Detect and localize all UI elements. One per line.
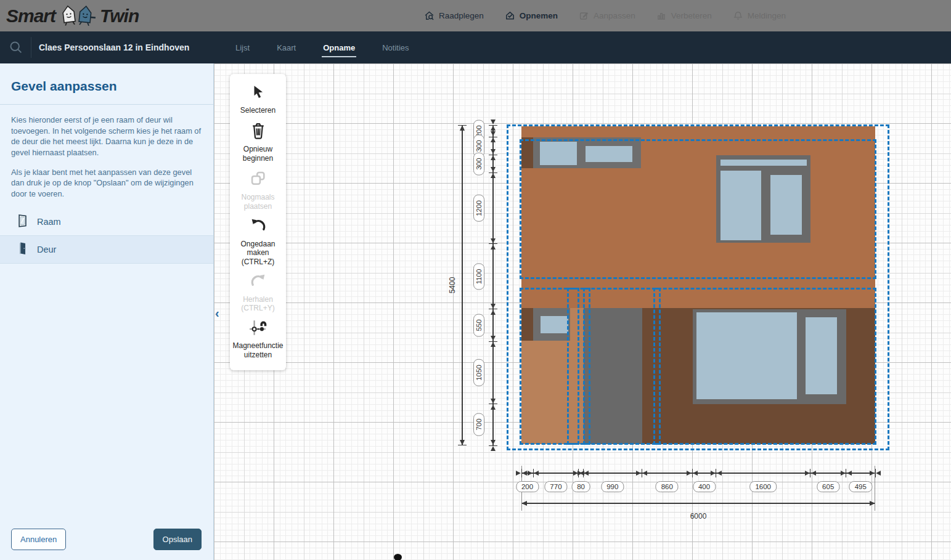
bar-chart-icon (656, 10, 667, 21)
dimension-value[interactable]: 400 (693, 481, 716, 492)
panel-actions: Annuleren Opslaan (0, 519, 213, 560)
element-type-deur[interactable]: Deur (0, 236, 213, 264)
menu-item-opnemen[interactable]: Opnemen (505, 10, 558, 21)
dimension-graphic (491, 310, 496, 315)
tab-opname[interactable]: Opname (322, 39, 356, 56)
upper-floor-selection[interactable] (520, 139, 876, 279)
door-placement-guide[interactable] (583, 288, 590, 445)
dimension-graphic (491, 336, 496, 341)
dimension-graphic (534, 471, 539, 476)
dimension-graphic (491, 399, 496, 404)
element-type-label: Raam (37, 217, 61, 227)
dimension-graphic (847, 471, 852, 476)
tab-notities[interactable]: Notities (381, 39, 410, 56)
dimension-value[interactable]: 550 (473, 314, 484, 336)
dimension-graphic (491, 446, 496, 451)
edit-facade-panel: Gevel aanpassen Kies hieronder eerst of … (0, 63, 214, 560)
tool-label: Ongedaan maken (CTRL+Z) (232, 240, 284, 267)
tool-selecteren[interactable]: Selecteren (240, 84, 276, 115)
undo-icon (249, 218, 267, 237)
logo-houses-icon (58, 2, 97, 30)
window-icon (17, 214, 28, 229)
trash-icon (250, 122, 266, 142)
panel-title: Gevel aanpassen (0, 63, 213, 105)
app-logo: Smart (0, 2, 139, 30)
dimension-graphic (491, 238, 496, 243)
dimension-graphic (717, 471, 722, 476)
dimension-graphic (711, 471, 716, 476)
dimension-graphic (491, 137, 496, 142)
tab-kaart[interactable]: Kaart (276, 39, 297, 56)
cancel-button[interactable]: Annuleren (11, 529, 66, 550)
tool-label: Nogmaals plaatsen (232, 193, 284, 211)
dimension-graphic (491, 120, 496, 124)
dimension-value[interactable]: 300 (473, 152, 484, 175)
dimension-graphic (491, 167, 496, 172)
dimension-value[interactable]: 605 (817, 481, 839, 492)
door-placement-guide[interactable] (567, 288, 579, 445)
dimension-graphic (491, 440, 496, 445)
dimension-graphic (491, 131, 496, 136)
view-tabs: LijstKaartOpnameNotities (234, 31, 410, 63)
tab-lijst[interactable]: Lijst (234, 39, 251, 56)
dimension-value[interactable]: 1600 (749, 481, 777, 492)
dimension-value[interactable]: 860 (656, 481, 679, 492)
cursor-icon (251, 84, 266, 103)
property-bar: Claes Persoonslaan 12 in Eindhoven Lijst… (0, 31, 951, 63)
dimension-graphic (521, 501, 527, 506)
dimension-value[interactable]: 990 (601, 481, 624, 492)
panel-instructions: Kies hieronder eerst of je een raam of d… (0, 105, 213, 200)
dimension-graphic (687, 471, 692, 476)
door-icon (17, 241, 28, 257)
dimension-value[interactable]: 80 (571, 481, 590, 492)
house-search-icon (424, 10, 435, 21)
dimension-graphic (491, 126, 496, 131)
dimension-graphic (642, 471, 647, 476)
top-app-bar: Smart (0, 0, 951, 31)
dimension-value[interactable]: 1050 (473, 359, 484, 386)
save-button[interactable]: Opslaan (153, 529, 202, 550)
dimension-value[interactable]: 1200 (473, 195, 484, 222)
instruction-paragraph: Als je klaar bent met het aanpassen van … (11, 167, 202, 200)
dimension-graphic (516, 471, 521, 476)
tool-label: Herhalen (CTRL+Y) (232, 295, 284, 313)
dimension-graphic (491, 245, 496, 250)
tool-magneetfunctie-uitzetten[interactable]: Magneetfunctie uitzetten (232, 320, 284, 359)
dimension-value[interactable]: 200 (516, 481, 539, 492)
dimension-graphic (870, 501, 875, 506)
dimension-value[interactable]: 495 (849, 481, 872, 492)
element-type-label: Deur (37, 245, 56, 254)
instruction-paragraph: Kies hieronder eerst of je een raam of d… (11, 115, 202, 158)
dimension-graphic (458, 125, 467, 126)
menu-item-raadplegen[interactable]: Raadplegen (424, 10, 484, 21)
dimension-graphic (491, 149, 496, 154)
dimension-graphic (491, 155, 496, 160)
collapse-sidebar-chevron-icon[interactable]: ‹ (215, 307, 219, 319)
main-menu: RaadplegenOpnemenAanpassenVerbeterenMeld… (424, 0, 786, 31)
dimension-value[interactable]: 700 (473, 413, 484, 436)
dimension-graphic (458, 445, 467, 445)
dimension-graphic (811, 471, 816, 476)
property-address: Claes Persoonslaan 12 in Eindhoven (39, 43, 189, 52)
dimension-value[interactable]: 770 (544, 481, 567, 492)
redo-icon (249, 274, 267, 292)
dimension-value[interactable]: 1100 (473, 263, 484, 290)
dimension-graphic (805, 471, 810, 476)
total-width-label: 6000 (690, 512, 707, 521)
duplicate-icon (250, 170, 267, 190)
tool-nogmaals-plaatsen: Nogmaals plaatsen (232, 170, 284, 211)
menu-item-aanpassen: Aanpassen (579, 10, 635, 21)
tool-opnieuw-beginnen[interactable]: Opnieuw beginnen (232, 122, 284, 163)
tool-palette: SelecterenOpnieuw beginnenNogmaals plaat… (230, 74, 286, 370)
partial-element-below (394, 554, 402, 560)
element-type-raam[interactable]: Raam (0, 208, 213, 236)
door-placement-guide[interactable] (653, 288, 661, 445)
dimension-graphic (693, 471, 698, 476)
dimension-graphic (876, 471, 881, 476)
dimension-graphic (491, 342, 496, 347)
tool-herhalen-ctrl-y: Herhalen (CTRL+Y) (232, 274, 284, 313)
tool-ongedaan-maken-ctrl-z[interactable]: Ongedaan maken (CTRL+Z) (232, 218, 284, 267)
tool-label: Opnieuw beginnen (232, 145, 284, 163)
search-icon[interactable] (9, 40, 23, 55)
dimension-graphic (521, 503, 875, 504)
